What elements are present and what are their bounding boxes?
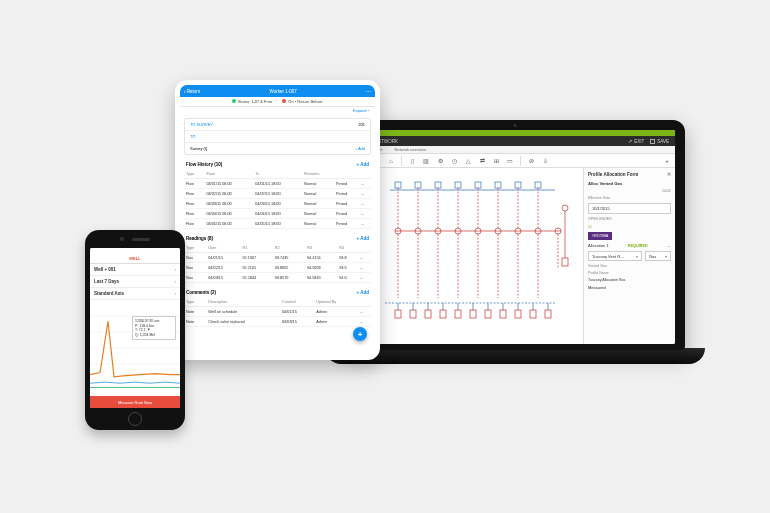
type-dropdown[interactable]: Gas <box>645 251 671 261</box>
link-icon[interactable]: ⇄ <box>478 157 486 165</box>
network-canvas[interactable] <box>355 168 583 344</box>
axis-selector[interactable]: Standard Axis› <box>90 288 180 300</box>
info-key: Survey (I) <box>190 146 207 151</box>
ratio-label: 14/42 <box>588 189 671 193</box>
save-icon <box>650 139 655 144</box>
flask-icon[interactable]: △ <box>464 157 472 165</box>
source-dropdown[interactable]: Tuscany Vent G… <box>588 251 642 261</box>
allocation-label: Allocation 1 <box>588 243 609 248</box>
tab-network-overview[interactable]: Network overview <box>395 147 427 152</box>
expand-link[interactable]: Expand › <box>353 108 369 113</box>
tablet-device: ‹ Return Worker 1-007 ⋯ Status: 1-07 & F… <box>175 80 380 360</box>
info-card: TO SURVEY201 TO Survey (I)+ Add <box>184 118 371 155</box>
svg-rect-9 <box>475 182 481 188</box>
readings-section: Readings (8)+ Add TypeDateR1R2R3R4 Gas04… <box>184 233 371 283</box>
tablet-title: Worker 1-007 <box>270 89 297 94</box>
add-flow[interactable]: + Add <box>357 162 369 167</box>
svg-rect-7 <box>435 182 441 188</box>
delete-icon[interactable]: ⊘ <box>527 157 535 165</box>
table-row[interactable]: Gas04/01/1592.136793.743594.415693.8... <box>184 253 371 263</box>
tuscany-label: Tuscany Allocation Gas <box>588 278 671 282</box>
phone-screen: WELL Well + 001› Last 7 Days› Standard A… <box>90 248 180 408</box>
info-val: 201 <box>358 122 365 127</box>
svg-rect-5 <box>395 182 401 188</box>
side-panel: Profile Allocation Form ✕ Alloc Vented G… <box>583 168 675 344</box>
camera-icon <box>120 237 124 241</box>
tablet-statusbar: Status: 1-07 & Free On • Return Before: <box>180 97 375 107</box>
table-row[interactable]: Gas04/03/1592.284493.857094.584994.0... <box>184 273 371 283</box>
webcam-icon <box>514 124 517 127</box>
chart-tooltip: 12/06 07:35 am P: 118.4 bar T: 72.1 °F Q… <box>132 316 176 340</box>
panel-title: Profile Allocation Form <box>588 172 638 177</box>
table-row[interactable]: Flow04/04/15 06:0004/04/15 18:00NormalPe… <box>184 209 371 219</box>
grid-icon[interactable]: ⊞ <box>492 157 500 165</box>
download-icon[interactable]: ⇩ <box>541 157 549 165</box>
table-row[interactable]: Flow04/05/15 06:0004/05/15 18:00NormalPe… <box>184 219 371 229</box>
panel-subtitle: Alloc Vented Gas <box>588 181 671 186</box>
phone-device: WELL Well + 001› Last 7 Days› Standard A… <box>85 230 185 430</box>
add-icon[interactable]: + <box>663 157 671 165</box>
fab-add-button[interactable]: + <box>353 327 367 341</box>
readings-table: TypeDateR1R2R3R4 Gas04/01/1592.136793.74… <box>184 244 371 283</box>
info-key: TO SURVEY <box>190 122 213 127</box>
add-link[interactable]: + Add <box>355 146 365 151</box>
col: Remarks <box>302 170 334 179</box>
range-selector[interactable]: Last 7 Days› <box>90 276 180 288</box>
table-row[interactable]: Flow04/01/15 06:0004/01/15 18:00NormalPe… <box>184 179 371 189</box>
save-button[interactable]: SAVE <box>650 139 669 144</box>
exit-button[interactable]: ↗ EXIT <box>628 139 644 144</box>
comments-table: TypeDescriptionCreatedUpdated By NoteWel… <box>184 298 371 327</box>
table-row[interactable]: Flow04/02/15 06:0004/02/15 18:00NormalPe… <box>184 189 371 199</box>
tag-pill[interactable]: #RCOMA <box>588 232 612 240</box>
profile-label: Profile Name <box>588 271 671 275</box>
svg-rect-27 <box>395 310 401 318</box>
table-row[interactable]: Gas04/02/1592.210193.800294.500393.9... <box>184 263 371 273</box>
add-reading[interactable]: + Add <box>357 236 369 241</box>
svg-rect-30 <box>440 310 446 318</box>
device-showcase: ‹ Return Worker 1-007 ⋯ Status: 1-07 & F… <box>0 0 770 513</box>
close-icon[interactable]: ✕ <box>667 172 671 177</box>
home-button[interactable] <box>128 412 142 426</box>
flow-table: Type From To Remarks Flow04/01/15 06:000… <box>184 170 371 229</box>
well-selector[interactable]: Well + 001› <box>90 264 180 276</box>
svg-rect-10 <box>495 182 501 188</box>
svg-rect-34 <box>500 310 506 318</box>
settings-icon[interactable]: ⚙ <box>436 157 444 165</box>
table-row[interactable]: NoteWell on schedule04/01/15Admin... <box>184 307 371 317</box>
required-badge: REQUIRED <box>628 244 648 248</box>
svg-rect-29 <box>425 310 431 318</box>
remove-icon[interactable]: — <box>667 243 671 248</box>
phone-chart[interactable]: 12/06 07:35 am P: 118.4 bar T: 72.1 °F Q… <box>90 300 180 396</box>
toolbar: ⌕ ⟳ ⌂ ▯ ▥ ⚙ ◷ △ ⇄ ⊞ ▭ ⊘ ⇩ + <box>355 154 675 168</box>
chart-icon[interactable]: ▥ <box>422 157 430 165</box>
menu-icon[interactable]: ⋯ <box>366 89 371 94</box>
svg-rect-35 <box>515 310 521 318</box>
laptop-device: FIELD NETWORK ↗ EXIT SAVE Flow network N… <box>325 120 705 390</box>
measure-button[interactable]: Measure Rate Now <box>90 396 180 408</box>
tablet-topbar: ‹ Return Worker 1-007 ⋯ <box>180 85 375 97</box>
svg-rect-31 <box>455 310 461 318</box>
back-button[interactable]: ‹ Return <box>184 89 200 94</box>
phone-header: WELL <box>90 254 180 264</box>
home-icon[interactable]: ⌂ <box>387 157 395 165</box>
table-row[interactable]: Flow04/03/15 06:0004/03/15 18:00NormalPe… <box>184 199 371 209</box>
col: To <box>253 170 302 179</box>
document-icon[interactable]: ▭ <box>506 157 514 165</box>
eff-date-field[interactable]: 10/1/2015 <box>588 203 671 214</box>
speaker-icon <box>132 238 150 241</box>
open-ended-checkbox[interactable]: ☑ <box>588 224 671 229</box>
well-icon[interactable]: ▯ <box>408 157 416 165</box>
section-title: Readings (8) <box>186 236 213 241</box>
eff-date-label: Effective Date <box>588 196 671 200</box>
table-row[interactable]: NoteCheck valve replaced04/03/15Admin... <box>184 317 371 327</box>
svg-rect-12 <box>535 182 541 188</box>
svg-rect-39 <box>562 258 568 266</box>
svg-rect-28 <box>410 310 416 318</box>
clock-icon[interactable]: ◷ <box>450 157 458 165</box>
svg-rect-32 <box>470 310 476 318</box>
section-title: Flow History (10) <box>186 162 222 167</box>
section-title: Comments (2) <box>186 290 216 295</box>
measured-label: Measured <box>588 285 671 290</box>
add-comment[interactable]: + Add <box>357 290 369 295</box>
app-bar: FIELD NETWORK ↗ EXIT SAVE <box>355 136 675 146</box>
